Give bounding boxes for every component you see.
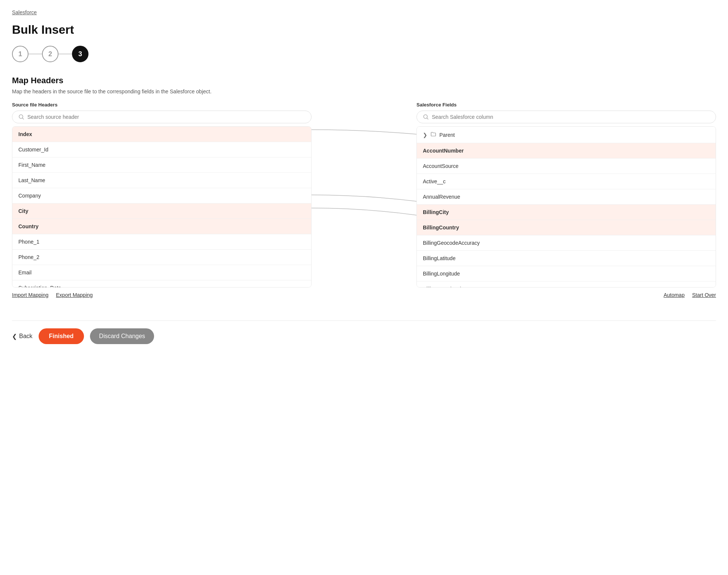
page-title: Bulk Insert <box>12 23 716 37</box>
list-item[interactable]: City <box>12 204 311 219</box>
source-list: Index Customer_Id First_Name Last_Name C… <box>12 126 312 288</box>
sf-list-item[interactable]: AnnualRevenue <box>417 189 716 205</box>
list-item[interactable]: Last_Name <box>12 173 311 188</box>
search-icon-sf <box>423 114 429 120</box>
folder-icon <box>430 131 436 138</box>
bottom-actions-row: Import Mapping Export Mapping Automap St… <box>12 292 716 298</box>
list-item[interactable]: First_Name <box>12 157 311 173</box>
step-connector-2 <box>58 54 72 54</box>
list-item[interactable]: Phone_2 <box>12 250 311 265</box>
step-2[interactable]: 2 <box>42 46 58 62</box>
bottom-actions-left: Import Mapping Export Mapping <box>12 292 664 298</box>
step-1[interactable]: 1 <box>12 46 28 62</box>
connector-svg <box>312 121 416 282</box>
stepper: 1 2 3 <box>12 46 716 62</box>
sf-search-input[interactable] <box>432 114 710 120</box>
sf-list-item[interactable]: BillingLatitude <box>417 251 716 266</box>
import-mapping-button[interactable]: Import Mapping <box>12 292 48 298</box>
sf-search-box[interactable] <box>416 111 716 123</box>
sf-list-item[interactable]: BillingPostalCode <box>417 282 716 288</box>
parent-label: Parent <box>439 132 455 138</box>
sf-list-item[interactable]: BillingCountry <box>417 220 716 235</box>
svg-line-1 <box>22 118 24 120</box>
source-search-box[interactable] <box>12 111 312 123</box>
sf-list-item[interactable]: AccountNumber <box>417 143 716 159</box>
list-item[interactable]: Index <box>12 127 311 142</box>
footer-bar: ❮ Back Finished Discard Changes <box>12 320 716 344</box>
list-item[interactable]: Customer_Id <box>12 142 311 157</box>
columns-wrapper: Source file Headers Index Customer_Id Fi… <box>12 102 716 288</box>
start-over-button[interactable]: Start Over <box>692 292 716 298</box>
finished-button[interactable]: Finished <box>39 328 84 344</box>
bottom-actions-right: Automap Start Over <box>664 292 716 298</box>
discard-changes-button[interactable]: Discard Changes <box>90 328 154 344</box>
connector-area <box>312 121 416 282</box>
sf-column-label: Salesforce Fields <box>416 102 716 108</box>
list-item[interactable]: Country <box>12 219 311 234</box>
sf-list-item[interactable]: BillingGeocodeAccuracy <box>417 235 716 251</box>
search-icon-source <box>18 114 24 120</box>
sf-list-item[interactable]: BillingLongitude <box>417 266 716 282</box>
chevron-right-icon: ❯ <box>423 132 427 138</box>
list-item[interactable]: Email <box>12 265 311 280</box>
export-mapping-button[interactable]: Export Mapping <box>56 292 93 298</box>
breadcrumb[interactable]: Salesforce <box>12 9 37 15</box>
section-title: Map Headers <box>12 76 716 85</box>
list-item[interactable]: Company <box>12 188 311 204</box>
svg-line-3 <box>427 118 428 120</box>
source-column: Source file Headers Index Customer_Id Fi… <box>12 102 312 288</box>
section-desc: Map the headers in the source file to th… <box>12 88 716 94</box>
sf-list: ❯ Parent AccountNumber AccountSource Act… <box>416 126 716 288</box>
page-wrapper: Salesforce Bulk Insert 1 2 3 Map Headers… <box>0 0 728 575</box>
source-search-input[interactable] <box>27 114 305 120</box>
list-item[interactable]: Subscription_Date <box>12 280 311 288</box>
sf-list-item[interactable]: AccountSource <box>417 159 716 174</box>
automap-button[interactable]: Automap <box>664 292 685 298</box>
step-connector-1 <box>28 54 42 54</box>
sf-list-item[interactable]: BillingCity <box>417 205 716 220</box>
sf-column: Salesforce Fields ❯ Parent <box>416 102 716 288</box>
sf-list-item-parent[interactable]: ❯ Parent <box>417 127 716 143</box>
source-column-label: Source file Headers <box>12 102 312 108</box>
back-chevron-icon: ❮ <box>12 333 17 340</box>
sf-list-item[interactable]: Active__c <box>417 174 716 189</box>
back-button[interactable]: ❮ Back <box>12 333 33 340</box>
list-item[interactable]: Phone_1 <box>12 234 311 250</box>
step-3[interactable]: 3 <box>72 46 88 62</box>
